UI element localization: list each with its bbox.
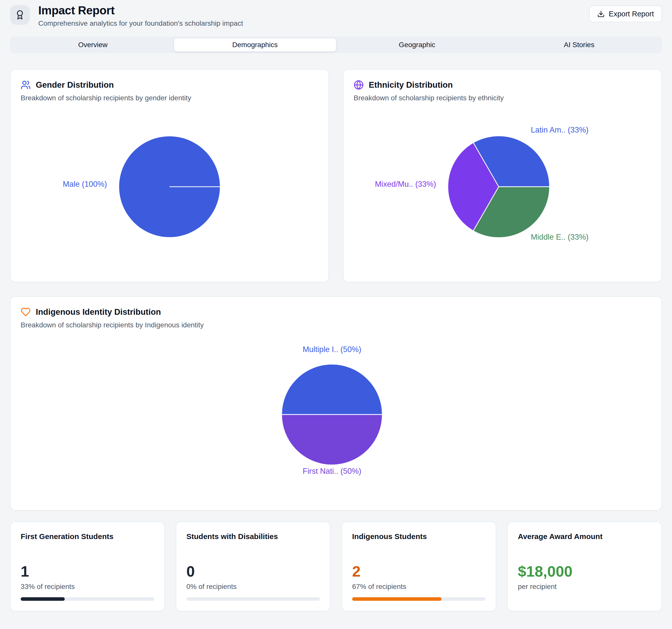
tab-overview[interactable]: Overview (12, 38, 174, 51)
stat-card-average-award-amount: Average Award Amount$18,000per recipient (507, 522, 662, 611)
stat-progress-fill (352, 597, 441, 601)
stat-title: Average Award Amount (518, 532, 651, 541)
pie-label: Middle E.. (33%) (531, 233, 589, 242)
card-header: Ethnicity Distribution (354, 80, 651, 90)
stat-subtitle: 33% of recipients (21, 583, 154, 591)
gender-pie (118, 135, 221, 238)
indigenous-pie-chart: Multiple I.. (50%)First Nati.. (50%) (21, 329, 651, 500)
card-header: Gender Distribution (21, 80, 318, 90)
tab-ai-stories[interactable]: AI Stories (498, 38, 661, 51)
pie-label: Male (100%) (63, 180, 107, 189)
ethnicity-distribution-card: Ethnicity Distribution Breakdown of scho… (343, 69, 662, 282)
page-subtitle: Comprehensive analytics for your foundat… (38, 19, 243, 27)
pie-slice (282, 415, 382, 465)
stat-card-indigenous-students: Indigenous Students267% of recipients (341, 522, 496, 611)
users-icon (21, 80, 31, 90)
page-header: Impact Report Comprehensive analytics fo… (10, 4, 662, 27)
stat-value: 1 (21, 564, 154, 579)
stat-value: 0 (186, 564, 320, 579)
indigenous-identity-distribution-card: Indigenous Identity Distribution Breakdo… (10, 296, 662, 511)
stat-title: First Generation Students (21, 532, 154, 541)
stat-value: $18,000 (518, 564, 651, 579)
header-text: Impact Report Comprehensive analytics fo… (38, 4, 243, 27)
card-subtitle: Breakdown of scholarship recipients by g… (21, 94, 318, 102)
tab-geographic[interactable]: Geographic (336, 38, 498, 51)
gender-distribution-card: Gender Distribution Breakdown of scholar… (10, 69, 329, 282)
export-report-button[interactable]: Export Report (589, 5, 662, 22)
ethnicity-pie (447, 135, 551, 239)
card-subtitle: Breakdown of scholarship recipients by I… (21, 321, 651, 329)
stat-progress-bar (186, 597, 320, 601)
stat-subtitle: 0% of recipients (186, 583, 320, 591)
pie-label: Mixed/Mu.. (33%) (375, 180, 436, 189)
globe-icon (354, 80, 364, 90)
pie-slice (282, 364, 382, 415)
page-title: Impact Report (38, 4, 243, 17)
tab-demographics[interactable]: Demographics (174, 38, 336, 51)
stat-progress-fill (21, 597, 65, 601)
ethnicity-pie-chart: Latin Am.. (33%)Mixed/Mu.. (33%)Middle E… (354, 102, 651, 272)
stat-progress-bar (352, 597, 486, 601)
stat-title: Indigenous Students (352, 532, 486, 541)
pie-label: Multiple I.. (50%) (303, 345, 361, 354)
stat-title: Students with Disabilities (186, 532, 320, 541)
indigenous-pie (281, 363, 383, 466)
stat-value: 2 (352, 564, 486, 579)
impact-report-page: Impact Report Comprehensive analytics fo… (0, 0, 672, 611)
stats-row: First Generation Students133% of recipie… (10, 522, 662, 611)
card-title: Indigenous Identity Distribution (36, 307, 161, 317)
card-title: Ethnicity Distribution (369, 80, 453, 90)
stat-card-students-with-disabilities: Students with Disabilities00% of recipie… (176, 522, 331, 611)
heart-icon (21, 307, 31, 317)
stat-subtitle: 67% of recipients (352, 583, 486, 591)
card-title: Gender Distribution (36, 80, 114, 90)
download-icon (597, 10, 605, 18)
export-report-label: Export Report (609, 10, 654, 18)
card-header: Indigenous Identity Distribution (21, 307, 651, 317)
stat-progress-bar (21, 597, 154, 601)
pie-label: First Nati.. (50%) (303, 467, 361, 476)
tab-bar: OverviewDemographicsGeographicAI Stories (10, 37, 662, 53)
pie-label: Latin Am.. (33%) (531, 125, 589, 135)
stat-subtitle: per recipient (518, 583, 651, 591)
card-subtitle: Breakdown of scholarship recipients by e… (354, 94, 651, 102)
charts-row: Gender Distribution Breakdown of scholar… (10, 69, 662, 282)
award-icon (10, 5, 30, 25)
stat-card-first-generation-students: First Generation Students133% of recipie… (10, 522, 165, 611)
gender-pie-chart: Male (100%) (21, 102, 318, 272)
